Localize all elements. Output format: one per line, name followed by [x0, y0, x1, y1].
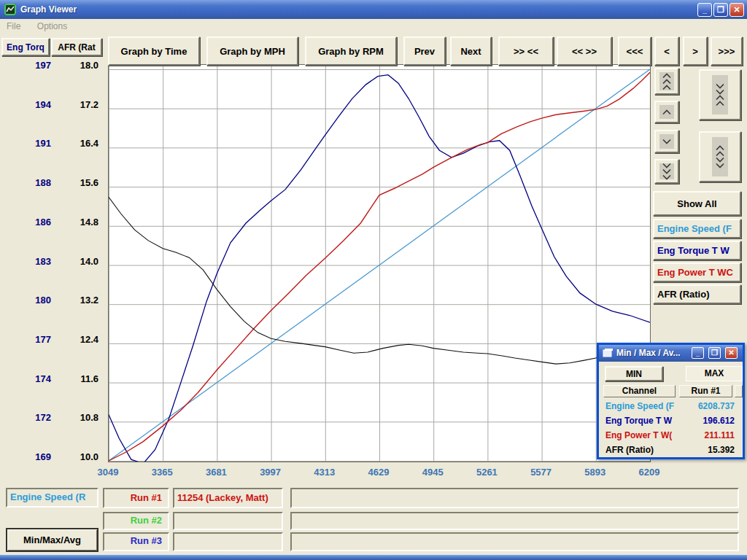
scale-down-button[interactable]	[654, 130, 679, 153]
minmax-window-icon	[603, 348, 614, 359]
minmax-window: Min / Max / Av... _ ❐ ✕ MIN MAX Channel …	[597, 343, 745, 459]
chevron-plaque	[659, 163, 674, 179]
run-value-run-3[interactable]	[173, 532, 283, 551]
run-value-run-1[interactable]: 11254 (Lackey, Matt)	[173, 488, 283, 508]
minmax-row-value-engine-speed-f: 6208.737	[675, 401, 735, 411]
y-tick-afr-10.8: 10.8	[62, 412, 98, 423]
toolbar-button-prev[interactable]: Prev	[403, 36, 446, 66]
toolbar-button-btn[interactable]: >> <<	[498, 36, 554, 66]
x-tick-5577: 5577	[518, 467, 565, 478]
toolbar-button-btn[interactable]: << >>	[557, 36, 612, 66]
minmax-col-run1[interactable]: Run #1	[679, 385, 732, 397]
y-tick-torque-172: 172	[15, 412, 51, 423]
y-tick-afr-16.4: 16.4	[62, 138, 98, 149]
y-tick-torque-194: 194	[15, 99, 51, 110]
chart-svg	[109, 65, 650, 462]
toolbar-button-btn[interactable]: <	[654, 36, 679, 66]
run-extra-run-2[interactable]	[290, 512, 739, 530]
app-icon	[4, 4, 16, 15]
x-tick-5261: 5261	[463, 467, 510, 478]
minmax-col-next[interactable]	[735, 385, 743, 397]
bottom-channel-field[interactable]: Engine Speed (R	[6, 488, 98, 508]
y-tick-torque-180: 180	[15, 295, 51, 306]
y-tick-torque-188: 188	[15, 177, 51, 188]
menu-file[interactable]: File	[0, 19, 27, 31]
scale-down-fast-button[interactable]	[654, 159, 679, 184]
y-tick-afr-14.0: 14.0	[62, 256, 98, 267]
minmax-close-button[interactable]: ✕	[725, 347, 738, 359]
toolbar-button-graph-by-mph[interactable]: Graph by MPH	[206, 36, 298, 66]
minmax-title: Min / Max / Av...	[616, 345, 681, 362]
run-value-run-2[interactable]	[173, 512, 283, 530]
minmax-row-channel-afr-ratio: AFR (Ratio)	[605, 445, 678, 455]
scale-up-button[interactable]	[654, 101, 679, 123]
run-label-run-3[interactable]: Run #3	[103, 532, 169, 551]
graph-viewer-window: Graph Viewer _ ❐ ✕ File Options Show All…	[0, 0, 747, 560]
show-all-button[interactable]: Show All	[653, 191, 741, 216]
chevron-icon	[716, 145, 724, 168]
chevron-plaque	[659, 105, 674, 119]
menu-options[interactable]: Options	[31, 19, 74, 31]
toolbar-button-graph-by-time[interactable]: Graph by Time	[108, 36, 200, 66]
close-button[interactable]: ✕	[729, 3, 744, 17]
plot-area	[108, 64, 651, 462]
x-tick-5893: 5893	[572, 467, 619, 478]
y-tick-torque-174: 174	[15, 373, 51, 384]
channel-button-afr-ratio[interactable]: AFR (Ratio)	[653, 284, 741, 304]
run-extra-run-3[interactable]	[290, 532, 739, 551]
minmax-maximize-button[interactable]: ❐	[708, 347, 721, 359]
y-tick-afr-12.4: 12.4	[62, 334, 98, 345]
y-tick-torque-183: 183	[15, 256, 51, 267]
minmax-row-value-eng-power-t-w: 211.111	[675, 430, 735, 440]
toolbar-button-graph-by-rpm[interactable]: Graph by RPM	[305, 36, 397, 66]
minmax-row-value-eng-torque-t-w: 196.612	[675, 416, 735, 426]
x-tick-4629: 4629	[355, 467, 402, 478]
maximize-button[interactable]: ❐	[713, 3, 728, 17]
x-tick-4313: 4313	[301, 467, 348, 478]
x-tick-3997: 3997	[247, 467, 294, 478]
max-button[interactable]: MAX	[686, 366, 743, 381]
minmax-row-channel-eng-torque-t-w: Eng Torque T W	[605, 416, 678, 426]
minmax-minimize-button[interactable]: _	[692, 347, 704, 359]
chevron-plaque	[659, 72, 674, 90]
chevron-icon	[716, 83, 724, 106]
minmax-row-channel-eng-power-t-w: Eng Power T W(	[605, 430, 678, 440]
minmax-col-channel[interactable]: Channel	[603, 385, 676, 397]
y-tick-afr-13.2: 13.2	[62, 295, 98, 306]
chevron-icon	[662, 139, 671, 144]
y-tick-afr-18.0: 18.0	[62, 60, 98, 71]
minmax-titlebar[interactable]: Min / Max / Av... _ ❐ ✕	[599, 345, 743, 362]
minimize-button[interactable]: _	[697, 3, 712, 17]
y-tick-afr-11.6: 11.6	[62, 373, 98, 384]
window-title: Graph Viewer	[20, 0, 77, 19]
chevron-icon	[662, 109, 671, 115]
toolbar-button-btn[interactable]: >	[683, 36, 708, 66]
min-button[interactable]: MIN	[605, 366, 663, 381]
chevron-plaque	[712, 137, 728, 176]
channel-button-eng-power-t-wc[interactable]: Eng Power T WC	[653, 262, 741, 282]
toolbar-button-next[interactable]: Next	[450, 36, 492, 66]
toolbar-button-btn[interactable]: >>>	[711, 36, 743, 66]
toolbar-button-btn[interactable]: <<<	[618, 36, 651, 66]
axis-tab-eng-torq[interactable]: Eng Torq	[1, 38, 50, 56]
scale-up-fast-button[interactable]	[654, 68, 679, 95]
run-extra-run-1[interactable]	[290, 488, 739, 508]
axis-tab-afr-rat[interactable]: AFR (Rat	[51, 38, 102, 56]
y-tick-afr-10.0: 10.0	[62, 451, 98, 462]
expand-axis-button[interactable]	[699, 131, 741, 182]
channel-button-engine-speed-f[interactable]: Engine Speed (F	[653, 219, 741, 238]
x-tick-3049: 3049	[85, 467, 131, 478]
y-tick-torque-186: 186	[15, 217, 51, 228]
y-tick-torque-197: 197	[15, 60, 51, 71]
y-tick-afr-14.8: 14.8	[62, 217, 98, 228]
x-tick-3681: 3681	[193, 467, 239, 478]
contract-axis-button[interactable]	[699, 69, 741, 120]
run-label-run-1[interactable]: Run #1	[103, 488, 169, 508]
titlebar[interactable]: Graph Viewer _ ❐ ✕	[0, 0, 747, 19]
channel-button-eng-torque-t-w[interactable]: Eng Torque T W	[653, 241, 741, 260]
minmax-row-value-afr-ratio: 15.392	[675, 445, 735, 455]
minmax-avg-button[interactable]: Min/Max/Avg	[6, 528, 98, 552]
x-tick-4945: 4945	[409, 467, 456, 478]
chevron-icon	[662, 73, 671, 90]
run-label-run-2[interactable]: Run #2	[103, 512, 169, 530]
